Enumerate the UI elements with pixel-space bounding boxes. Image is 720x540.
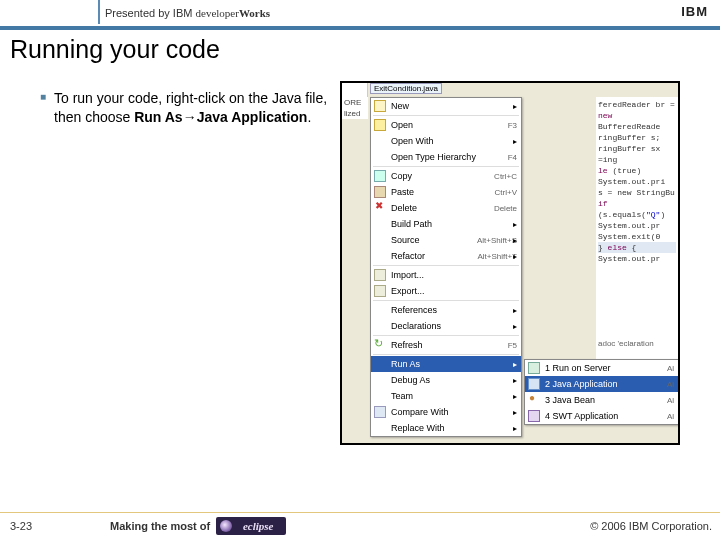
submenu-item-label: 2 Java Application — [545, 379, 618, 389]
submenu-arrow-icon: ▸ — [513, 360, 517, 369]
menu-item-copy[interactable]: CopyCtrl+C — [371, 168, 521, 184]
menu-item-refresh[interactable]: RefreshF5 — [371, 337, 521, 353]
menu-item-label: Declarations — [391, 321, 441, 331]
menu-item-paste[interactable]: PasteCtrl+V — [371, 184, 521, 200]
tree-item[interactable]: lized — [344, 108, 368, 119]
menu-item-label: Open With — [391, 136, 434, 146]
new-icon — [374, 100, 386, 112]
submenu-item-label: 3 Java Bean — [545, 395, 595, 405]
submenu-arrow-icon: ▸ — [513, 137, 517, 146]
menu-item-open[interactable]: OpenF3 — [371, 117, 521, 133]
menu-item-run-as[interactable]: Run As▸ — [371, 356, 521, 372]
ref-icon — [374, 339, 386, 351]
menu-item-new[interactable]: New▸ — [371, 98, 521, 114]
submenu-arrow-icon: ▸ — [513, 424, 517, 433]
run-as-submenu[interactable]: 1 Run on ServerAl2 Java ApplicationAl3 J… — [524, 359, 679, 425]
submenu-arrow-icon: ▸ — [513, 220, 517, 229]
slide-footer: 3-23 Making the most of eclipse © 2006 I… — [0, 500, 720, 540]
ss-left-strip — [342, 83, 368, 98]
menu-item-open-type-hierarchy[interactable]: Open Type HierarchyF4 — [371, 149, 521, 165]
code-line: System.out.pr — [598, 220, 676, 231]
swt-icon — [528, 410, 540, 422]
code-line: new BufferedReade — [598, 110, 676, 132]
exp-icon — [374, 285, 386, 297]
submenu-arrow-icon: ▸ — [513, 392, 517, 401]
submenu-arrow-icon: ▸ — [513, 236, 517, 245]
eclipse-logo: eclipse — [216, 517, 286, 535]
code-line: ringBuffer s; — [598, 132, 676, 143]
menu-item-replace-with[interactable]: Replace With▸ — [371, 420, 521, 436]
submenu-item-label: 4 SWT Application — [545, 411, 618, 421]
menu-item-team[interactable]: Team▸ — [371, 388, 521, 404]
page-number: 3-23 — [10, 520, 32, 532]
code-line: ringBuffer sx =ing — [598, 143, 676, 165]
bullet-b1: Run As — [134, 109, 182, 125]
header-accent — [98, 0, 100, 24]
menu-item-declarations[interactable]: Declarations▸ — [371, 318, 521, 334]
submenu-item-java-application[interactable]: 2 Java ApplicationAl — [525, 376, 678, 392]
menu-item-debug-as[interactable]: Debug As▸ — [371, 372, 521, 388]
menu-item-build-path[interactable]: Build Path▸ — [371, 216, 521, 232]
eclipse-logo-text: eclipse — [243, 520, 274, 532]
menu-item-references[interactable]: References▸ — [371, 302, 521, 318]
menu-item-label: Delete — [391, 203, 417, 213]
cmp-icon — [374, 406, 386, 418]
menu-item-label: Replace With — [391, 423, 445, 433]
bottom-view-tabs[interactable]: adoc 'eclaration — [598, 339, 654, 348]
paste-icon — [374, 186, 386, 198]
submenu-item-java-bean[interactable]: 3 Java BeanAl — [525, 392, 678, 408]
menu-item-delete[interactable]: DeleteDelete — [371, 200, 521, 216]
code-line: System.out.pri — [598, 176, 676, 187]
slide-header: Presented by IBM developerWorks IBM — [0, 0, 720, 26]
menu-separator — [373, 335, 519, 336]
tree-item[interactable]: ORE — [344, 97, 368, 108]
menu-item-label: Build Path — [391, 219, 432, 229]
copy-icon — [374, 170, 386, 182]
submenu-item-run-on-server[interactable]: 1 Run on ServerAl — [525, 360, 678, 376]
menu-item-refactor[interactable]: RefactorAlt+Shift+T▸ — [371, 248, 521, 264]
menu-item-label: Team — [391, 391, 413, 401]
submenu-arrow-icon: ▸ — [513, 376, 517, 385]
ide-screenshot: ExitCondition.java ORE lized feredReader… — [340, 81, 680, 445]
submenu-item-label: 1 Run on Server — [545, 363, 611, 373]
menu-item-label: Paste — [391, 187, 414, 197]
japp-icon — [528, 378, 540, 390]
header-dw2: Works — [239, 7, 270, 19]
srv-icon — [528, 362, 540, 374]
code-line: feredReader br = — [598, 99, 676, 110]
menu-separator — [373, 354, 519, 355]
bean-icon — [528, 394, 540, 406]
menu-shortcut: Delete — [494, 204, 517, 213]
menu-item-label: References — [391, 305, 437, 315]
menu-item-export[interactable]: Export... — [371, 283, 521, 299]
slide-body: To run your code, right-click on the Jav… — [0, 67, 720, 445]
slide-title: Running your code — [0, 30, 720, 67]
open-icon — [374, 119, 386, 131]
menu-item-label: Debug As — [391, 375, 430, 385]
bullet-list: To run your code, right-click on the Jav… — [10, 81, 340, 445]
code-line: System.out.pr — [598, 253, 676, 264]
menu-shortcut: F4 — [508, 153, 517, 162]
menu-item-import[interactable]: Import... — [371, 267, 521, 283]
menu-item-source[interactable]: SourceAlt+Shift+S▸ — [371, 232, 521, 248]
menu-item-compare-with[interactable]: Compare With▸ — [371, 404, 521, 420]
submenu-item-swt-application[interactable]: 4 SWT ApplicationAl — [525, 408, 678, 424]
submenu-arrow-icon: ▸ — [513, 306, 517, 315]
code-line: System.exit(0 — [598, 231, 676, 242]
arrow-icon: → — [183, 109, 197, 125]
editor-tab[interactable]: ExitCondition.java — [370, 83, 442, 94]
menu-item-open-with[interactable]: Open With▸ — [371, 133, 521, 149]
menu-item-label: Open Type Hierarchy — [391, 152, 476, 162]
submenu-arrow-icon: ▸ — [513, 252, 517, 261]
menu-item-label: Compare With — [391, 407, 449, 417]
bullet-b2: Java Application — [197, 109, 308, 125]
footer-mid-text: Making the most of — [110, 520, 210, 532]
footer-rule — [0, 512, 720, 513]
menu-shortcut: Alt+Shift+S — [477, 236, 517, 245]
del-icon — [374, 202, 386, 214]
submenu-shortcut: Al — [667, 412, 674, 421]
context-menu[interactable]: New▸OpenF3Open With▸Open Type HierarchyF… — [370, 97, 522, 437]
submenu-arrow-icon: ▸ — [513, 102, 517, 111]
submenu-shortcut: Al — [667, 380, 674, 389]
menu-separator — [373, 300, 519, 301]
